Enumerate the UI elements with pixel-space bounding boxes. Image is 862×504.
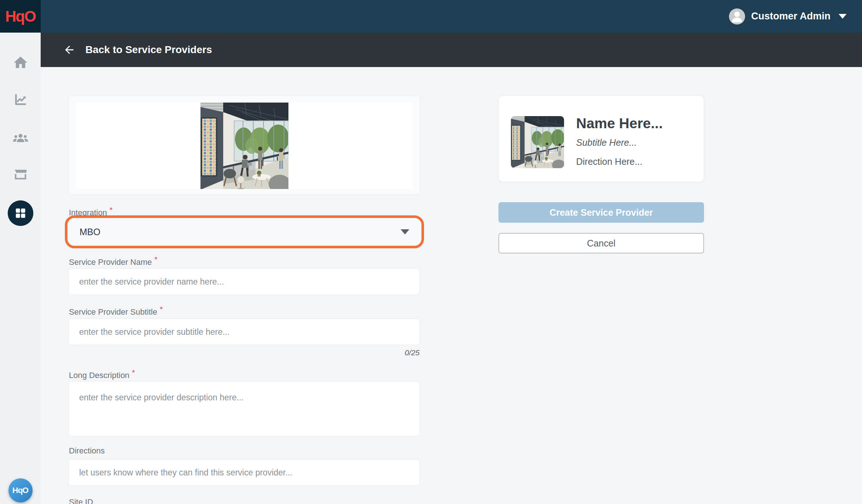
hqo-chat-widget[interactable]: HqO	[8, 478, 33, 503]
arrow-left-icon	[62, 44, 77, 56]
directions-label: Directions	[69, 446, 105, 456]
preview-thumbnail	[511, 116, 564, 168]
sidebar-item-storefront[interactable]	[12, 166, 29, 183]
chat-widget-label: HqO	[12, 486, 28, 495]
preview-name: Name Here...	[576, 115, 663, 131]
annotation-highlight-ring: MBO	[65, 215, 424, 248]
users-group-icon	[12, 129, 29, 147]
select-caret-icon	[401, 229, 409, 234]
service-provider-form: Integration* MBO Service Provider Name* …	[69, 96, 420, 504]
subtitle-char-counter: 0/25	[405, 348, 420, 357]
long-description-label: Long Description*	[69, 368, 135, 380]
top-bar: HqO Customer Admin	[0, 0, 862, 33]
user-avatar	[729, 8, 745, 25]
grid-icon	[14, 207, 27, 220]
preview-subtitle: Subtitle Here...	[576, 137, 637, 148]
hqo-logo-text: HqO	[5, 8, 36, 25]
subtitle-input[interactable]	[69, 319, 420, 345]
sidebar-item-users[interactable]	[12, 129, 29, 147]
user-name: Customer Admin	[751, 11, 830, 22]
create-service-provider-button[interactable]: Create Service Provider	[498, 202, 704, 223]
directions-input[interactable]	[69, 459, 420, 486]
sidebar: HqO	[0, 33, 41, 504]
required-marker: *	[160, 305, 163, 313]
name-input[interactable]	[69, 268, 420, 295]
hqo-logo[interactable]: HqO	[0, 0, 41, 33]
back-button[interactable]: Back to Service Providers	[62, 44, 212, 56]
cancel-button[interactable]: Cancel	[498, 233, 704, 253]
page-header: Back to Service Providers	[41, 33, 862, 67]
sidebar-item-analytics[interactable]	[12, 92, 29, 108]
name-label: Service Provider Name*	[69, 255, 157, 267]
office-photo	[200, 103, 288, 189]
person-icon	[729, 8, 745, 25]
preview-panel: Name Here... Subtitle Here... Direction …	[498, 96, 704, 279]
subtitle-label: Service Provider Subtitle*	[69, 305, 163, 317]
required-marker: *	[110, 205, 113, 214]
preview-direction: Direction Here...	[576, 156, 642, 167]
site-id-label: Site ID	[69, 497, 93, 504]
integration-select[interactable]: MBO	[69, 219, 420, 245]
storefront-icon	[12, 166, 29, 183]
chevron-down-icon	[839, 14, 847, 19]
home-icon	[12, 55, 29, 71]
required-marker: *	[154, 255, 157, 263]
chart-line-icon	[12, 92, 29, 108]
image-upload-area[interactable]	[69, 96, 420, 194]
required-marker: *	[132, 368, 135, 377]
preview-card: Name Here... Subtitle Here... Direction …	[498, 96, 704, 182]
user-menu[interactable]: Customer Admin	[729, 0, 847, 33]
integration-selected-value: MBO	[80, 227, 401, 237]
sidebar-item-home[interactable]	[12, 55, 29, 71]
back-button-label: Back to Service Providers	[85, 44, 212, 56]
sidebar-item-apps-active[interactable]	[8, 200, 33, 226]
image-upload-inner	[76, 103, 413, 189]
long-description-textarea[interactable]	[69, 381, 420, 436]
